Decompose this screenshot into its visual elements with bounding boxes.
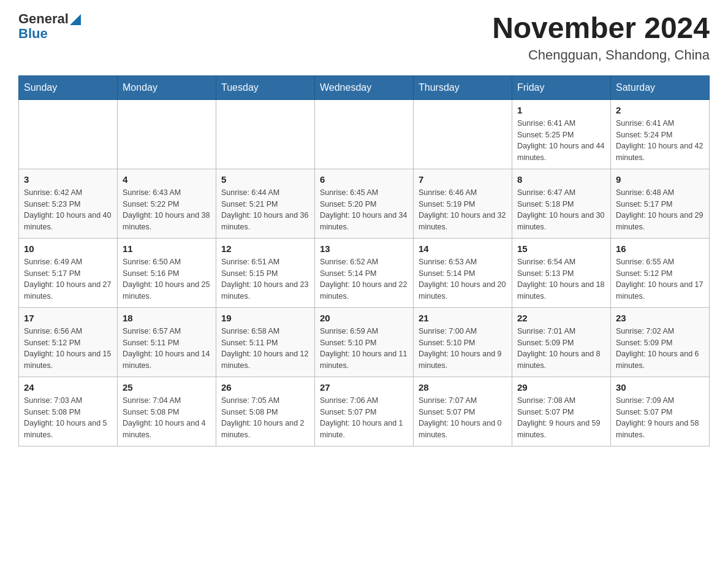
day-number: 16 (616, 243, 704, 254)
day-info: Sunrise: 6:57 AM Sunset: 5:11 PM Dayligh… (123, 326, 211, 372)
day-info: Sunrise: 6:58 AM Sunset: 5:11 PM Dayligh… (221, 326, 309, 372)
day-number: 11 (123, 243, 211, 254)
day-info: Sunrise: 6:45 AM Sunset: 5:20 PM Dayligh… (320, 187, 408, 233)
logo: General Blue (18, 12, 81, 40)
day-number: 19 (221, 313, 309, 323)
day-number: 15 (517, 243, 605, 254)
day-info: Sunrise: 7:05 AM Sunset: 5:08 PM Dayligh… (221, 395, 309, 441)
week-row-1: 1Sunrise: 6:41 AM Sunset: 5:25 PM Daylig… (19, 99, 710, 169)
day-number: 13 (320, 243, 408, 254)
col-monday: Monday (118, 75, 216, 99)
day-info: Sunrise: 6:44 AM Sunset: 5:21 PM Dayligh… (221, 187, 309, 233)
calendar-cell: 7Sunrise: 6:46 AM Sunset: 5:19 PM Daylig… (414, 169, 512, 238)
page-header: General Blue November 2024 Chengguan, Sh… (18, 12, 710, 63)
day-number: 27 (320, 382, 408, 393)
calendar-cell: 11Sunrise: 6:50 AM Sunset: 5:16 PM Dayli… (118, 238, 216, 307)
calendar-cell: 6Sunrise: 6:45 AM Sunset: 5:20 PM Daylig… (315, 169, 414, 238)
day-info: Sunrise: 6:56 AM Sunset: 5:12 PM Dayligh… (24, 326, 112, 372)
day-number: 6 (320, 174, 408, 185)
day-info: Sunrise: 7:01 AM Sunset: 5:09 PM Dayligh… (517, 326, 605, 372)
day-info: Sunrise: 6:51 AM Sunset: 5:15 PM Dayligh… (221, 256, 309, 302)
day-info: Sunrise: 6:46 AM Sunset: 5:19 PM Dayligh… (419, 187, 507, 233)
calendar-cell: 30Sunrise: 7:09 AM Sunset: 5:07 PM Dayli… (611, 377, 710, 446)
day-info: Sunrise: 6:47 AM Sunset: 5:18 PM Dayligh… (517, 187, 605, 233)
calendar-cell: 22Sunrise: 7:01 AM Sunset: 5:09 PM Dayli… (512, 307, 611, 377)
calendar-cell: 2Sunrise: 6:41 AM Sunset: 5:24 PM Daylig… (611, 99, 710, 169)
calendar-cell: 4Sunrise: 6:43 AM Sunset: 5:22 PM Daylig… (118, 169, 216, 238)
col-friday: Friday (512, 75, 611, 99)
calendar-cell: 14Sunrise: 6:53 AM Sunset: 5:14 PM Dayli… (414, 238, 512, 307)
day-number: 18 (123, 313, 211, 323)
day-number: 10 (24, 243, 112, 254)
day-number: 21 (419, 313, 507, 323)
day-number: 9 (616, 174, 704, 185)
calendar-cell: 8Sunrise: 6:47 AM Sunset: 5:18 PM Daylig… (512, 169, 611, 238)
calendar-cell (118, 99, 216, 169)
day-number: 5 (221, 174, 309, 185)
calendar-cell: 3Sunrise: 6:42 AM Sunset: 5:23 PM Daylig… (19, 169, 118, 238)
day-number: 12 (221, 243, 309, 254)
day-number: 4 (123, 174, 211, 185)
col-thursday: Thursday (414, 75, 512, 99)
day-number: 24 (24, 382, 112, 393)
day-number: 1 (517, 105, 605, 115)
calendar-cell: 21Sunrise: 7:00 AM Sunset: 5:10 PM Dayli… (414, 307, 512, 377)
calendar-cell: 27Sunrise: 7:06 AM Sunset: 5:07 PM Dayli… (315, 377, 414, 446)
calendar-cell: 17Sunrise: 6:56 AM Sunset: 5:12 PM Dayli… (19, 307, 118, 377)
week-row-2: 3Sunrise: 6:42 AM Sunset: 5:23 PM Daylig… (19, 169, 710, 238)
week-row-3: 10Sunrise: 6:49 AM Sunset: 5:17 PM Dayli… (19, 238, 710, 307)
day-number: 25 (123, 382, 211, 393)
day-info: Sunrise: 7:03 AM Sunset: 5:08 PM Dayligh… (24, 395, 112, 441)
calendar-cell: 28Sunrise: 7:07 AM Sunset: 5:07 PM Dayli… (414, 377, 512, 446)
day-number: 7 (419, 174, 507, 185)
day-info: Sunrise: 6:55 AM Sunset: 5:12 PM Dayligh… (616, 256, 704, 302)
day-number: 29 (517, 382, 605, 393)
day-info: Sunrise: 7:02 AM Sunset: 5:09 PM Dayligh… (616, 326, 704, 372)
day-number: 28 (419, 382, 507, 393)
calendar-cell: 26Sunrise: 7:05 AM Sunset: 5:08 PM Dayli… (216, 377, 315, 446)
logo-blue-text: Blue (18, 27, 81, 40)
calendar-header-row: Sunday Monday Tuesday Wednesday Thursday… (19, 75, 710, 99)
day-number: 23 (616, 313, 704, 323)
day-info: Sunrise: 6:43 AM Sunset: 5:22 PM Dayligh… (123, 187, 211, 233)
week-row-4: 17Sunrise: 6:56 AM Sunset: 5:12 PM Dayli… (19, 307, 710, 377)
calendar-cell (315, 99, 414, 169)
day-info: Sunrise: 6:54 AM Sunset: 5:13 PM Dayligh… (517, 256, 605, 302)
day-number: 26 (221, 382, 309, 393)
day-number: 22 (517, 313, 605, 323)
day-info: Sunrise: 6:42 AM Sunset: 5:23 PM Dayligh… (24, 187, 112, 233)
calendar-cell: 10Sunrise: 6:49 AM Sunset: 5:17 PM Dayli… (19, 238, 118, 307)
day-info: Sunrise: 7:04 AM Sunset: 5:08 PM Dayligh… (123, 395, 211, 441)
calendar-cell: 19Sunrise: 6:58 AM Sunset: 5:11 PM Dayli… (216, 307, 315, 377)
calendar-cell: 25Sunrise: 7:04 AM Sunset: 5:08 PM Dayli… (118, 377, 216, 446)
title-section: November 2024 Chengguan, Shandong, China (492, 12, 710, 63)
day-info: Sunrise: 7:00 AM Sunset: 5:10 PM Dayligh… (419, 326, 507, 372)
week-row-5: 24Sunrise: 7:03 AM Sunset: 5:08 PM Dayli… (19, 377, 710, 446)
day-number: 3 (24, 174, 112, 185)
day-info: Sunrise: 7:07 AM Sunset: 5:07 PM Dayligh… (419, 395, 507, 441)
day-info: Sunrise: 6:48 AM Sunset: 5:17 PM Dayligh… (616, 187, 704, 233)
day-number: 30 (616, 382, 704, 393)
col-wednesday: Wednesday (315, 75, 414, 99)
calendar-cell: 13Sunrise: 6:52 AM Sunset: 5:14 PM Dayli… (315, 238, 414, 307)
col-saturday: Saturday (611, 75, 710, 99)
location-title: Chengguan, Shandong, China (492, 47, 710, 63)
calendar-cell: 5Sunrise: 6:44 AM Sunset: 5:21 PM Daylig… (216, 169, 315, 238)
col-sunday: Sunday (19, 75, 118, 99)
calendar-cell: 20Sunrise: 6:59 AM Sunset: 5:10 PM Dayli… (315, 307, 414, 377)
day-info: Sunrise: 6:41 AM Sunset: 5:24 PM Dayligh… (616, 118, 704, 164)
calendar-cell: 16Sunrise: 6:55 AM Sunset: 5:12 PM Dayli… (611, 238, 710, 307)
calendar-cell (19, 99, 118, 169)
calendar-cell: 1Sunrise: 6:41 AM Sunset: 5:25 PM Daylig… (512, 99, 611, 169)
day-info: Sunrise: 7:08 AM Sunset: 5:07 PM Dayligh… (517, 395, 605, 441)
calendar-table: Sunday Monday Tuesday Wednesday Thursday… (18, 75, 710, 446)
calendar-cell: 9Sunrise: 6:48 AM Sunset: 5:17 PM Daylig… (611, 169, 710, 238)
day-info: Sunrise: 6:53 AM Sunset: 5:14 PM Dayligh… (419, 256, 507, 302)
day-number: 17 (24, 313, 112, 323)
day-number: 14 (419, 243, 507, 254)
calendar-cell: 15Sunrise: 6:54 AM Sunset: 5:13 PM Dayli… (512, 238, 611, 307)
calendar-cell: 18Sunrise: 6:57 AM Sunset: 5:11 PM Dayli… (118, 307, 216, 377)
calendar-cell: 12Sunrise: 6:51 AM Sunset: 5:15 PM Dayli… (216, 238, 315, 307)
logo-general-text: General (18, 12, 69, 26)
day-number: 2 (616, 105, 704, 115)
